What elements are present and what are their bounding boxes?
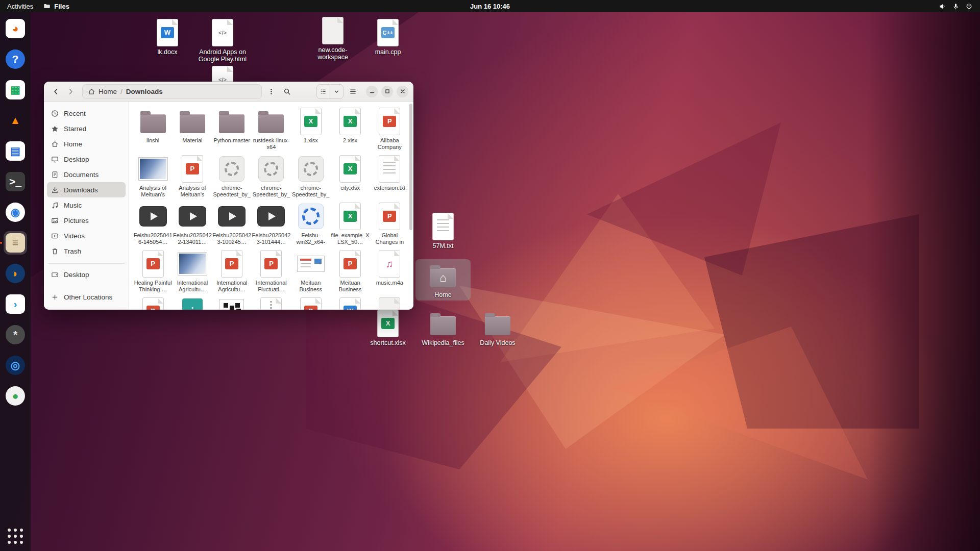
dock-item-thunderbird[interactable]: ◗ — [4, 262, 27, 285]
back-button[interactable] — [49, 85, 63, 98]
desktop-icon-new-code-workspace[interactable]: new.code-workspace — [305, 14, 360, 63]
activities-button[interactable]: Activities — [7, 3, 33, 10]
dock-item-vscode[interactable]: › — [4, 292, 27, 316]
file-item-file-example-xlsx-50[interactable]: file_example_XLSX_50… — [330, 198, 370, 246]
dock-item-chromium[interactable]: ◉ — [4, 201, 27, 224]
file-item-feishu20250423-101444[interactable]: Feishu20250423-101444… — [252, 198, 291, 246]
search-button[interactable] — [280, 85, 294, 98]
file-item-linshi[interactable]: linshi — [133, 104, 173, 151]
dock-item-gimp[interactable]: * — [4, 323, 27, 346]
scrollbar-thumb[interactable] — [409, 104, 412, 230]
list-view-button[interactable] — [317, 85, 330, 98]
file-item[interactable] — [291, 293, 330, 310]
app-menu[interactable]: Files — [43, 3, 69, 10]
file-item[interactable] — [330, 293, 370, 310]
sidebar-item-desktop[interactable]: Desktop — [47, 267, 126, 282]
hamburger-menu-button[interactable] — [346, 85, 360, 98]
ppt-file-icon — [379, 203, 400, 230]
window-headerbar[interactable]: Home / Downloads — [44, 82, 413, 102]
dock-item-terminal[interactable]: >_ — [4, 170, 27, 193]
file-item-feishu20250423-100245[interactable]: Feishu20250423-100245… — [212, 198, 252, 246]
file-item-analysis-of-meituan-s-business[interactable]: Analysis of Meituan's Business … — [133, 151, 173, 198]
file-item-international-fluctuati[interactable]: International Fluctuati… — [252, 246, 291, 293]
file-item-analysis-of-meituan-s-business[interactable]: Analysis of Meituan's Business … — [173, 151, 212, 198]
maximize-button[interactable] — [381, 86, 393, 97]
file-item-1-xlsx[interactable]: 1.xlsx — [291, 104, 330, 151]
sidebar-item-desktop[interactable]: Desktop — [47, 152, 126, 167]
file-item-music-m4a[interactable]: music.m4a — [370, 246, 409, 293]
microphone-icon[interactable] — [952, 3, 960, 10]
dock-item-files[interactable]: ≡ — [4, 231, 27, 255]
sidebar-item-label: Music — [64, 202, 82, 209]
kebab-menu-button[interactable] — [264, 85, 278, 98]
file-icon-box — [257, 202, 285, 231]
dock-item-green-app[interactable]: ● — [4, 384, 27, 408]
sidebar-item-pictures[interactable]: Pictures — [47, 213, 126, 228]
sidebar-item-recent[interactable]: Recent — [47, 106, 126, 121]
dock-item-vlc[interactable]: ▲ — [4, 109, 27, 132]
sidebar-item-downloads[interactable]: Downloads — [47, 182, 126, 197]
system-status-area[interactable] — [939, 3, 980, 10]
file-item[interactable] — [173, 293, 212, 310]
file-item-meituan-business-model-an[interactable]: Meituan Business Model An… — [330, 246, 370, 293]
power-icon[interactable] — [965, 3, 973, 10]
desktop-icon-shortcut-xlsx[interactable]: shortcut.xlsx — [360, 307, 415, 348]
sidebar-item-starred[interactable]: Starred — [47, 121, 126, 136]
file-item-feishu20250416-145054[interactable]: Feishu20250416-145054… — [133, 198, 173, 246]
dock-item-libreoffice-calc[interactable]: ▦ — [4, 78, 27, 102]
file-item-rustdesk-linux-x64[interactable]: rustdesk-linux-x64 — [252, 104, 291, 151]
file-item-international-agricultu[interactable]: International Agricultu… — [173, 246, 212, 293]
plain-file-icon — [322, 17, 344, 44]
word-file-icon — [339, 297, 361, 310]
file-item-healing-painful-thinking[interactable]: Healing Painful Thinking … — [133, 246, 173, 293]
file-item-alibaba-company-strategy[interactable]: Alibaba Company Strategy … — [370, 104, 409, 151]
file-item-global-changes-in-personal[interactable]: Global Changes in Personal … — [370, 198, 409, 246]
desktop-icon-wikipedia-files[interactable]: Wikipedia_files — [415, 307, 471, 348]
minimize-button[interactable] — [366, 86, 378, 97]
sidebar-item-trash[interactable]: Trash — [47, 243, 126, 259]
sidebar-item-other-locations[interactable]: Other Locations — [47, 289, 126, 305]
desktop-icon-daily-videos[interactable]: Daily Videos — [470, 307, 525, 348]
sidebar-item-music[interactable]: Music — [47, 197, 126, 213]
sidebar-item-videos[interactable]: Videos — [47, 228, 126, 243]
scrollbar[interactable] — [409, 104, 412, 308]
file-item-2-xlsx[interactable]: 2.xlsx — [330, 104, 370, 151]
desktop-icon-label: Daily Videos — [480, 339, 515, 346]
breadcrumb-home[interactable]: Home — [88, 88, 117, 95]
file-item-city-xlsx[interactable]: city.xlsx — [330, 151, 370, 198]
sidebar-item-home[interactable]: Home — [47, 136, 126, 152]
close-button[interactable] — [397, 86, 408, 97]
volume-icon[interactable] — [939, 3, 946, 10]
dock-item-libreoffice-impress[interactable]: ◕ — [4, 17, 27, 40]
file-item-chrome-speedtest-by-ookla[interactable]: chrome-Speedtest_by_Ookla… — [252, 151, 291, 198]
desktop-icon-main-cpp[interactable]: main.cpp — [360, 16, 415, 58]
desktop-icon-lk-docx[interactable]: lk.docx — [140, 16, 195, 58]
desktop-icon-57m-txt[interactable]: 57M.txt — [415, 210, 471, 252]
dock-item-blue-ring-app[interactable]: ◎ — [4, 354, 27, 377]
forward-button[interactable] — [64, 85, 78, 98]
desktop-icon-android-apps-on-google-play-html[interactable]: Android Apps on Google Play.html — [195, 16, 250, 65]
desktop-icon-home[interactable]: Home — [415, 259, 471, 300]
clock[interactable]: Jun 16 10:46 — [470, 3, 510, 10]
file-item[interactable] — [133, 293, 173, 310]
chevron-down-button[interactable] — [330, 85, 343, 98]
sidebar-item-documents[interactable]: Documents — [47, 167, 126, 182]
file-item-chrome-speedtest-by-ookla[interactable]: chrome-Speedtest_by_Ookla… — [291, 151, 330, 198]
file-item-feishu-win32-x64-7-41-5-sig[interactable]: Feishu-win32_x64-7.41.5-sig… — [291, 198, 330, 246]
show-applications-button[interactable] — [5, 525, 26, 547]
file-item-material[interactable]: Material — [173, 104, 212, 151]
dock-item-libreoffice-writer[interactable]: ▤ — [4, 139, 27, 163]
dock-item-help-viewer[interactable]: ? — [4, 47, 27, 71]
file-item-python-master[interactable]: Python-master — [212, 104, 252, 151]
file-item-extension-txt[interactable]: extension.txt — [370, 151, 409, 198]
breadcrumb-current[interactable]: Downloads — [126, 88, 163, 95]
desktop-icon-label: Wikipedia_files — [422, 339, 464, 346]
file-item[interactable] — [252, 293, 291, 310]
file-item-meituan-business-model-an[interactable]: Meituan Business Model An… — [291, 246, 330, 293]
file-item-international-agricultu[interactable]: International Agricultu… — [212, 246, 252, 293]
file-item[interactable] — [370, 293, 409, 310]
file-item-feishu20250422-134011[interactable]: Feishu20250422-134011… — [173, 198, 212, 246]
breadcrumb[interactable]: Home / Downloads — [82, 84, 262, 99]
file-item-chrome-speedtest-by-ookla[interactable]: chrome-Speedtest_by_Ookla… — [212, 151, 252, 198]
file-item[interactable] — [212, 293, 252, 310]
